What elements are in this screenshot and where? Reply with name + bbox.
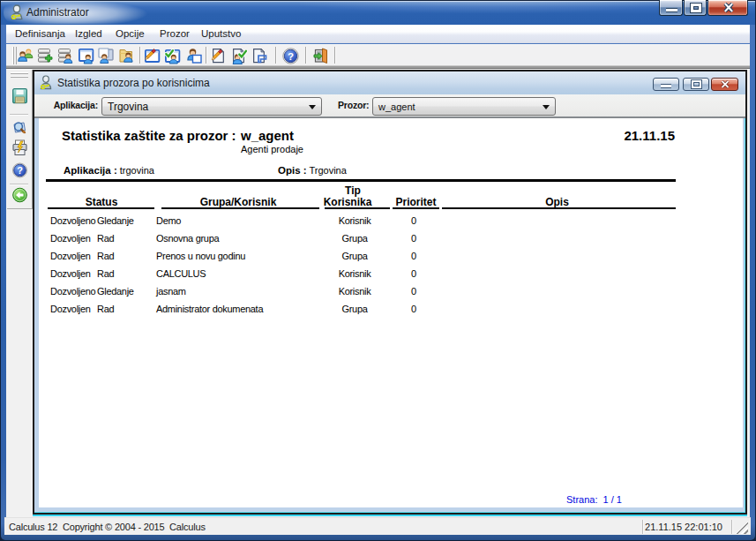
svg-text:?: ? (17, 165, 23, 176)
svg-text:?: ? (288, 51, 294, 62)
